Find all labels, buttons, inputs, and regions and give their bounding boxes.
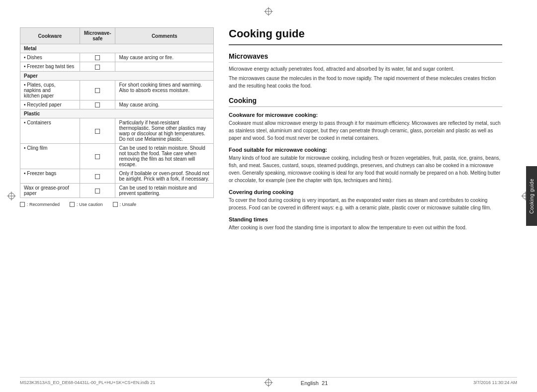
legend: : Recommended : Use caution : Unsafe: [20, 202, 214, 207]
page-title: Cooking guide: [229, 27, 502, 45]
caution-icon: [95, 154, 100, 159]
table-row: Wax or grease-proof paper Can be used to…: [20, 184, 214, 198]
subsection-cookware: Cookware for microwave cooking:: [229, 112, 502, 118]
comment-dishes: May cause arcing or fire.: [115, 53, 214, 62]
comment-freezer-bags: Only if boilable or oven-proof. Should n…: [115, 169, 214, 184]
page-number: English 21: [301, 380, 328, 386]
caution-icon: [95, 102, 100, 107]
table-row: • Cling film Can be used to retain moist…: [20, 144, 214, 169]
reg-mark-top: [264, 7, 273, 16]
microwaves-para2: The microwaves cause the molecules in th…: [229, 75, 502, 90]
language-label: English: [301, 380, 319, 386]
recommended-icon: [95, 88, 100, 93]
section-microwaves: Microwaves: [229, 52, 502, 63]
microwave-wax: [80, 184, 115, 198]
legend-caution: : Use caution: [70, 202, 103, 207]
microwaves-para1: Microwave energy actually penetrates foo…: [229, 65, 502, 73]
table-row: • Dishes May cause arcing or fire.: [20, 53, 214, 62]
microwave-freezer-bags: [80, 169, 115, 184]
comment-recycled: May cause arcing.: [115, 100, 214, 109]
comment-freezer-twist: [115, 62, 214, 71]
legend-unsafe-icon: [113, 202, 118, 207]
footer-right: 3/7/2016 11:30:24 AM: [473, 380, 517, 386]
cookware-freezer-bag-twist: • Freezer bag twist ties: [20, 62, 80, 71]
cookware-text: Cookware must allow microwave energy to …: [229, 119, 502, 142]
cookware-recycled: • Recycled paper: [20, 100, 80, 109]
footer-left: MS23K3513AS_EO_DE68-04431L-00_PL+HU+SK+C…: [20, 380, 155, 386]
table-row: • Recycled paper May cause arcing.: [20, 100, 214, 109]
comment-wax: Can be used to retain moisture and preve…: [115, 184, 214, 198]
legend-recommended: : Recommended: [20, 202, 60, 207]
microwave-recycled: [80, 100, 115, 109]
legend-recommended-label: : Recommended: [27, 202, 60, 207]
table-row: • Plates, cups,napkins andkitchen paper …: [20, 80, 214, 100]
cookware-freezer-bags: • Freezer bags: [20, 169, 80, 184]
table-row: • Freezer bags Only if boilable or oven-…: [20, 169, 214, 184]
table-row: Plastic: [20, 109, 214, 118]
page-container: Cooking guide Cookware Microwave-safe Co…: [0, 0, 537, 392]
main-content: Cookware Microwave-safe Comments Metal •…: [0, 12, 537, 392]
side-tab: Cooking guide: [526, 166, 537, 226]
side-tab-label: Cooking guide: [529, 179, 535, 213]
microwave-cling: [80, 144, 115, 169]
caution-icon: [95, 174, 100, 179]
category-paper: Paper: [20, 71, 214, 80]
microwave-dishes: [80, 53, 115, 62]
right-column: Cooking guide Microwaves Microwave energ…: [229, 27, 517, 382]
cookware-containers: • Containers: [20, 118, 80, 144]
microwave-plates: [80, 80, 115, 100]
subsection-standing: Standing times: [229, 216, 502, 222]
comment-cling: Can be used to retain moisture. Should n…: [115, 144, 214, 169]
legend-caution-icon: [70, 202, 75, 207]
cookware-wax-paper: Wax or grease-proof paper: [20, 184, 80, 198]
covering-text: To cover the food during cooking is very…: [229, 196, 502, 211]
comment-containers: Particularly if heat-resistant thermopla…: [115, 118, 214, 144]
cookware-dishes: • Dishes: [20, 53, 80, 62]
legend-caution-label: : Use caution: [77, 202, 103, 207]
unsafe-icon: [95, 55, 100, 60]
food-text: Many kinds of food are suitable for micr…: [229, 154, 502, 184]
reg-mark-bottom: [264, 378, 273, 387]
standing-text: After cooking is over food the standing …: [229, 224, 502, 231]
table-row: • Containers Particularly if heat-resist…: [20, 118, 214, 144]
section-cooking: Cooking: [229, 97, 502, 107]
legend-unsafe-label: : Unsafe: [120, 202, 137, 207]
cookware-table: Cookware Microwave-safe Comments Metal •…: [20, 27, 214, 198]
caution-icon: [95, 129, 100, 134]
page-num-value: 21: [322, 380, 328, 386]
left-column: Cookware Microwave-safe Comments Metal •…: [20, 27, 214, 382]
table-row: Metal: [20, 44, 214, 53]
subsection-food: Food suitable for microwave cooking:: [229, 147, 502, 153]
legend-recommended-icon: [20, 202, 25, 207]
table-row: Paper: [20, 71, 214, 80]
unsafe-icon: [95, 65, 100, 70]
category-plastic: Plastic: [20, 109, 214, 118]
subsection-covering: Covering during cooking: [229, 189, 502, 195]
col-header-microwave: Microwave-safe: [80, 28, 115, 44]
reg-mark-left: [7, 192, 16, 200]
cookware-plates-cups: • Plates, cups,napkins andkitchen paper: [20, 80, 80, 100]
microwave-containers: [80, 118, 115, 144]
comment-plates: For short cooking times and warming. Als…: [115, 80, 214, 100]
col-header-comments: Comments: [115, 28, 214, 44]
microwave-freezer-twist: [80, 62, 115, 71]
legend-unsafe: : Unsafe: [113, 202, 137, 207]
cookware-cling-film: • Cling film: [20, 144, 80, 169]
category-metal: Metal: [20, 44, 214, 53]
col-header-cookware: Cookware: [20, 28, 80, 44]
recommended-icon: [95, 189, 100, 194]
table-row: • Freezer bag twist ties: [20, 62, 214, 71]
